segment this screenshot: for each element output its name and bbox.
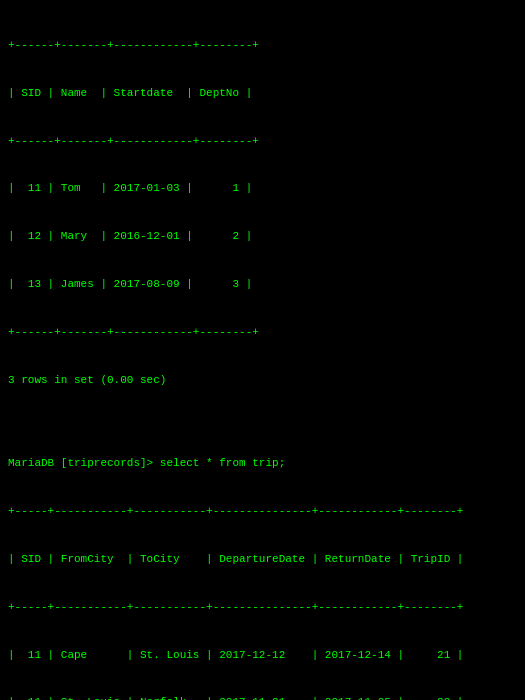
table2-row1: | 11 | Cape | St. Louis | 2017-12-12 | 2… — [8, 648, 517, 664]
prompt2: MariaDB [triprecords]> select * from tri… — [8, 456, 517, 472]
table1-row2: | 12 | Mary | 2016-12-01 | 2 | — [8, 229, 517, 245]
table2-cols: | SID | FromCity | ToCity | DepartureDat… — [8, 552, 517, 568]
table1-footer: +------+-------+------------+--------+ — [8, 325, 517, 341]
table2-header: +-----+-----------+-----------+---------… — [8, 504, 517, 520]
table1-summary: 3 rows in set (0.00 sec) — [8, 373, 517, 389]
table1-header: +------+-------+------------+--------+ — [8, 38, 517, 54]
screen: +------+-------+------------+--------+ |… — [0, 0, 525, 700]
terminal-area: +------+-------+------------+--------+ |… — [0, 0, 525, 700]
table1-divider: +------+-------+------------+--------+ — [8, 134, 517, 150]
table1-cols: | SID | Name | Startdate | DeptNo | — [8, 86, 517, 102]
table1-row1: | 11 | Tom | 2017-01-03 | 1 | — [8, 181, 517, 197]
table1-row3: | 13 | James | 2017-08-09 | 3 | — [8, 277, 517, 293]
table2-divider: +-----+-----------+-----------+---------… — [8, 600, 517, 616]
table2-row2: | 11 | St. Louis | Norfolk | 2017-11-01 … — [8, 695, 517, 700]
